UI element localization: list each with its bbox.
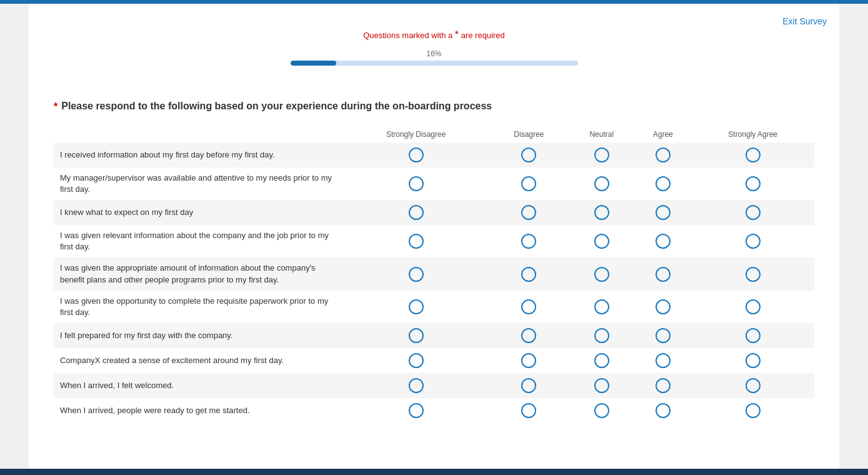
radio-n-icon[interactable] xyxy=(594,148,609,162)
radio-n-icon[interactable] xyxy=(594,205,609,220)
radio-cell-a[interactable] xyxy=(635,373,692,398)
radio-cell-sa[interactable] xyxy=(691,225,814,258)
radio-sa-icon[interactable] xyxy=(746,148,761,162)
radio-sa-icon[interactable] xyxy=(746,234,761,249)
radio-cell-sd[interactable] xyxy=(342,348,489,373)
radio-cell-d[interactable] xyxy=(489,258,569,290)
radio-d-icon[interactable] xyxy=(521,353,536,368)
radio-cell-d[interactable] xyxy=(489,398,569,423)
radio-sa-icon[interactable] xyxy=(746,299,761,314)
radio-sd-icon[interactable] xyxy=(409,148,424,162)
radio-cell-n[interactable] xyxy=(569,373,635,398)
radio-sd-icon[interactable] xyxy=(409,176,424,191)
radio-cell-n[interactable] xyxy=(569,142,635,168)
radio-a-icon[interactable] xyxy=(656,299,671,314)
radio-cell-a[interactable] xyxy=(635,398,692,423)
radio-cell-sa[interactable] xyxy=(691,258,814,290)
radio-cell-sa[interactable] xyxy=(691,142,814,168)
radio-cell-a[interactable] xyxy=(635,258,692,290)
radio-cell-a[interactable] xyxy=(635,168,692,200)
radio-cell-n[interactable] xyxy=(569,258,635,290)
radio-sd-icon[interactable] xyxy=(409,403,424,418)
radio-sa-icon[interactable] xyxy=(746,353,761,368)
radio-cell-d[interactable] xyxy=(489,142,569,168)
radio-cell-sd[interactable] xyxy=(342,398,489,423)
radio-cell-a[interactable] xyxy=(635,348,692,373)
radio-d-icon[interactable] xyxy=(521,205,536,220)
radio-d-icon[interactable] xyxy=(521,378,536,393)
radio-cell-sd[interactable] xyxy=(342,323,489,348)
radio-n-icon[interactable] xyxy=(594,176,609,191)
radio-cell-sa[interactable] xyxy=(691,373,814,398)
radio-cell-n[interactable] xyxy=(569,323,635,348)
radio-sd-icon[interactable] xyxy=(409,378,424,393)
radio-sd-icon[interactable] xyxy=(409,234,424,249)
radio-cell-d[interactable] xyxy=(489,291,569,323)
radio-d-icon[interactable] xyxy=(521,234,536,249)
radio-d-icon[interactable] xyxy=(521,176,536,191)
radio-n-icon[interactable] xyxy=(594,378,609,393)
radio-n-icon[interactable] xyxy=(594,234,609,249)
radio-cell-d[interactable] xyxy=(489,168,569,200)
radio-sd-icon[interactable] xyxy=(409,353,424,368)
radio-cell-sa[interactable] xyxy=(691,398,814,423)
radio-a-icon[interactable] xyxy=(656,234,671,249)
radio-n-icon[interactable] xyxy=(594,299,609,314)
radio-cell-sd[interactable] xyxy=(342,225,489,258)
radio-cell-sd[interactable] xyxy=(342,291,489,323)
radio-a-icon[interactable] xyxy=(656,403,671,418)
radio-d-icon[interactable] xyxy=(521,328,536,343)
radio-sd-icon[interactable] xyxy=(409,299,424,314)
radio-a-icon[interactable] xyxy=(656,353,671,368)
radio-cell-n[interactable] xyxy=(569,291,635,323)
radio-n-icon[interactable] xyxy=(594,328,609,343)
radio-a-icon[interactable] xyxy=(656,328,671,343)
radio-cell-d[interactable] xyxy=(489,373,569,398)
radio-cell-n[interactable] xyxy=(569,200,635,225)
radio-cell-sa[interactable] xyxy=(691,200,814,225)
radio-sd-icon[interactable] xyxy=(409,267,424,282)
radio-sa-icon[interactable] xyxy=(746,205,761,220)
radio-cell-n[interactable] xyxy=(569,168,635,200)
radio-sa-icon[interactable] xyxy=(746,328,761,343)
radio-a-icon[interactable] xyxy=(656,378,671,393)
radio-cell-d[interactable] xyxy=(489,200,569,225)
radio-cell-sd[interactable] xyxy=(342,168,489,200)
radio-sa-icon[interactable] xyxy=(746,267,761,282)
radio-cell-sd[interactable] xyxy=(342,258,489,290)
radio-cell-d[interactable] xyxy=(489,225,569,258)
radio-cell-d[interactable] xyxy=(489,323,569,348)
exit-survey-link[interactable]: Exit Survey xyxy=(782,16,827,26)
radio-sa-icon[interactable] xyxy=(746,176,761,191)
radio-cell-a[interactable] xyxy=(635,323,692,348)
radio-a-icon[interactable] xyxy=(656,267,671,282)
radio-n-icon[interactable] xyxy=(594,403,609,418)
radio-a-icon[interactable] xyxy=(656,176,671,191)
radio-sa-icon[interactable] xyxy=(746,378,761,393)
radio-a-icon[interactable] xyxy=(656,148,671,162)
radio-cell-sa[interactable] xyxy=(691,348,814,373)
radio-d-icon[interactable] xyxy=(521,148,536,162)
radio-cell-sd[interactable] xyxy=(342,373,489,398)
radio-n-icon[interactable] xyxy=(594,353,609,368)
radio-cell-n[interactable] xyxy=(569,398,635,423)
radio-cell-sa[interactable] xyxy=(691,291,814,323)
radio-cell-a[interactable] xyxy=(635,291,692,323)
radio-d-icon[interactable] xyxy=(521,403,536,418)
radio-cell-a[interactable] xyxy=(635,225,692,258)
radio-cell-n[interactable] xyxy=(569,348,635,373)
radio-d-icon[interactable] xyxy=(521,299,536,314)
radio-d-icon[interactable] xyxy=(521,267,536,282)
radio-sd-icon[interactable] xyxy=(409,328,424,343)
radio-sa-icon[interactable] xyxy=(746,403,761,418)
radio-cell-sd[interactable] xyxy=(342,200,489,225)
radio-cell-a[interactable] xyxy=(635,200,692,225)
radio-cell-sd[interactable] xyxy=(342,142,489,168)
radio-cell-sa[interactable] xyxy=(691,323,814,348)
radio-a-icon[interactable] xyxy=(656,205,671,220)
radio-sd-icon[interactable] xyxy=(409,205,424,220)
radio-cell-a[interactable] xyxy=(635,142,692,168)
radio-cell-d[interactable] xyxy=(489,348,569,373)
radio-n-icon[interactable] xyxy=(594,267,609,282)
radio-cell-n[interactable] xyxy=(569,225,635,258)
